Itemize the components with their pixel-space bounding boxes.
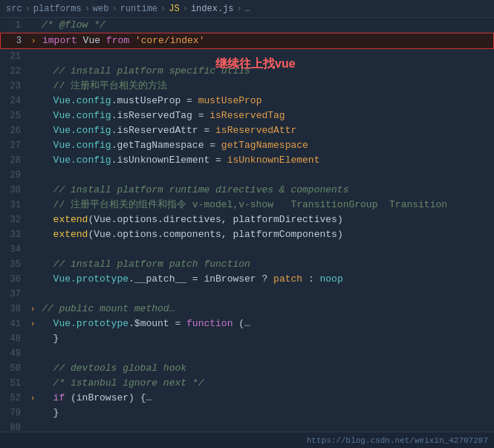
line-content-52: if (inBrowser) {… [39,391,494,406]
breadcrumb-ellipsis: … [245,4,250,14]
line-num-29: 29 [0,168,27,183]
code-line-29: 29 [0,168,494,183]
line-num-35: 35 [0,257,27,272]
code-line-41: 41 › Vue.prototype.$mount = function (… [0,316,494,331]
line-arrow-38: › [27,302,39,316]
line-content-3: import Vue from 'core/index' [39,33,493,48]
code-line-52: 52 › if (inBrowser) {… [0,391,494,406]
line-num-32: 32 [0,212,27,227]
code-line-32: 32 extend(Vue.options.directives, platfo… [0,212,494,227]
code-line-36: 36 Vue.prototype.__patch__ = inBrowser ?… [0,272,494,287]
line-content-23: // 注册和平台相关的方法 [39,79,494,94]
line-content-28: Vue.config.isUnknownElement = isUnknownE… [39,153,494,168]
code-line-51: 51 /* istanbul ignore next */ [0,376,494,391]
footer-url: https://blog.csdn.net/weixin_42707287 [307,436,488,445]
code-line-38: 38 › // public mount method… [0,302,494,316]
code-line-3: 3 › import Vue from 'core/index' [0,33,494,49]
editor-container: src › platforms › web › runtime › JS › i… [0,0,494,448]
code-line-28: 28 Vue.config.isUnknownElement = isUnkno… [0,153,494,168]
line-content-36: Vue.prototype.__patch__ = inBrowser ? pa… [39,272,494,287]
line-num-48: 48 [0,331,27,346]
line-content-41: Vue.prototype.$mount = function (… [39,316,494,331]
code-line-35: 35 // install platform patch function [0,257,494,272]
line-content-27: Vue.config.getTagNamespace = getTagNames… [39,138,494,153]
line-num-26: 26 [0,123,27,138]
line-num-33: 33 [0,227,27,242]
line-num-79: 79 [0,406,27,421]
code-line-48: 48 } [0,331,494,346]
code-line-37: 37 [0,287,494,302]
code-line-25: 25 Vue.config.isReservedTag = isReserved… [0,108,494,123]
code-line-21: 21 [0,49,494,64]
line-num-31: 31 [0,198,27,212]
line-num-1: 1 [0,18,27,33]
line-content-50: // devtools global hook [39,361,494,376]
code-line-50: 50 // devtools global hook [0,361,494,376]
breadcrumb-runtime: runtime [120,4,157,14]
code-line-80: 80 [0,421,494,432]
line-num-80: 80 [0,421,27,432]
line-num-41: 41 [0,316,27,331]
code-line-79: 79 } [0,406,494,421]
line-num-34: 34 [0,242,27,257]
code-line-1: 1 /* @flow */ [0,18,494,33]
line-content-26: Vue.config.isReservedAttr = isReservedAt… [39,123,494,138]
code-line-26: 26 Vue.config.isReservedAttr = isReserve… [0,123,494,138]
line-num-52: 52 [0,391,27,406]
line-num-23: 23 [0,79,27,94]
line-num-37: 37 [0,287,27,302]
line-arrow-3: › [27,33,39,48]
code-line-23: 23 // 注册和平台相关的方法 [0,79,494,94]
line-content-25: Vue.config.isReservedTag = isReservedTag [39,108,494,123]
line-content-79: } [39,406,494,421]
line-num-36: 36 [0,272,27,287]
line-num-38: 38 [0,302,27,316]
line-content-30: // install platform runtime directives &… [39,183,494,198]
breadcrumb-file: index.js [191,4,234,14]
line-num-50: 50 [0,361,27,376]
line-content-31: // 注册平台相关的组件和指令 v-model,v-show Transitio… [39,198,494,212]
code-line-27: 27 Vue.config.getTagNamespace = getTagNa… [0,138,494,153]
breadcrumb: src › platforms › web › runtime › JS › i… [0,0,494,18]
line-num-3: 3 [1,33,27,48]
line-num-25: 25 [0,108,27,123]
line-content-22: // install platform specific utils [39,64,494,79]
line-arrow-41: › [27,316,39,331]
code-line-34: 34 [0,242,494,257]
breadcrumb-js: JS [169,4,179,14]
line-content-1: /* @flow */ [39,18,494,33]
code-area: 1 /* @flow */ 3 › import Vue from 'core/… [0,18,494,432]
line-content-51: /* istanbul ignore next */ [39,376,494,391]
line-num-49: 49 [0,346,27,361]
code-line-31: 31 // 注册平台相关的组件和指令 v-model,v-show Transi… [0,198,494,212]
line-num-27: 27 [0,138,27,153]
footer-bar: https://blog.csdn.net/weixin_42707287 [0,432,494,448]
line-num-51: 51 [0,376,27,391]
code-line-33: 33 extend(Vue.options.components, platfo… [0,227,494,242]
line-content-38: // public mount method… [39,302,494,316]
line-num-30: 30 [0,183,27,198]
line-content-48: } [39,331,494,346]
breadcrumb-web: web [93,4,109,14]
code-line-22: 22 // install platform specific utils [0,64,494,79]
line-content-35: // install platform patch function [39,257,494,272]
line-num-22: 22 [0,64,27,79]
line-content-32: extend(Vue.options.directives, platformD… [39,212,494,227]
line-num-24: 24 [0,94,27,108]
breadcrumb-src: src [6,4,22,14]
code-line-49: 49 [0,346,494,361]
code-line-24: 24 Vue.config.mustUseProp = mustUseProp [0,94,494,108]
breadcrumb-platforms: platforms [33,4,82,14]
line-num-21: 21 [0,49,27,64]
code-line-30: 30 // install platform runtime directive… [0,183,494,198]
line-arrow-52: › [27,391,39,406]
line-num-28: 28 [0,153,27,168]
line-content-24: Vue.config.mustUseProp = mustUseProp [39,94,494,108]
line-content-33: extend(Vue.options.components, platformC… [39,227,494,242]
